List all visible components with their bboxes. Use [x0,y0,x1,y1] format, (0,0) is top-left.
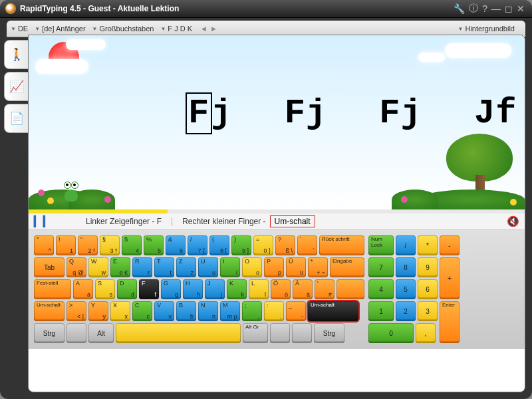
key-blank[interactable] [116,323,241,343]
key-[interactable]: Üü [286,257,306,277]
key-strg[interactable]: Strg [314,323,344,343]
key-altgr[interactable]: Alt Gr [243,323,268,343]
key-h[interactable]: Hh [183,279,203,299]
language-select[interactable]: ▼DE [11,25,28,33]
key-[interactable]: + [440,257,460,299]
key-[interactable]: * [418,235,438,255]
key-r[interactable]: Rr [132,257,152,277]
key-z[interactable]: Zz [176,257,196,277]
prev-lesson-icon[interactable]: ◄ [200,25,207,33]
background-select[interactable]: ▼Hintergrundbild [458,25,515,33]
key-numlock[interactable]: Num Lock [368,235,394,255]
key-e[interactable]: Ee € [110,257,130,277]
maximize-icon[interactable]: ◻ [505,3,513,14]
key-[interactable]: / [396,235,416,255]
key-m[interactable]: Mm µ [220,301,240,321]
key-[interactable]: '# [315,279,334,299]
tab-lessons-list[interactable]: 📄 [4,104,29,133]
key-tab[interactable]: Tab [34,257,65,277]
key-[interactable]: - [440,235,460,255]
next-lesson-icon[interactable]: ► [210,25,217,33]
key-4[interactable]: 4 [368,279,394,299]
key-6[interactable]: 6 [418,279,438,299]
key-b[interactable]: Bb [176,301,196,321]
key-umschalt[interactable]: Um-schalt [34,301,65,321]
key-alt[interactable]: Alt [88,323,114,343]
key-k[interactable]: Kk [227,279,247,299]
key-t[interactable]: Tt [154,257,174,277]
key-[interactable]: `´ [297,235,317,255]
key-[interactable]: !1 [56,235,76,255]
key-[interactable]: §3 ³ [100,235,120,255]
key-[interactable]: ;, [242,301,262,321]
key-2[interactable]: 2 [396,301,416,321]
key-a[interactable]: Aa [73,279,93,299]
help-icon[interactable]: ? [482,3,487,14]
key-q[interactable]: Qq @ [66,257,86,277]
key-blank[interactable] [66,323,86,343]
key-i[interactable]: Ii [220,257,240,277]
key-[interactable]: %5 [144,235,164,255]
tab-lesson[interactable]: 🚶 [4,40,29,69]
lesson-select[interactable]: ▼Großbuchstaben [92,25,154,33]
key-3[interactable]: 3 [418,301,438,321]
key-u[interactable]: Uu [198,257,218,277]
key-f[interactable]: Ff [139,279,159,299]
key-[interactable]: Öö [271,279,291,299]
key-[interactable]: _- [286,301,306,321]
key-[interactable]: :. [264,301,284,321]
key-umschalt[interactable]: Um-schalt [308,301,358,321]
flower-icon [401,196,408,203]
key-strg[interactable]: Strg [34,323,65,343]
key-feststell[interactable]: Fest-stell [34,279,71,299]
key-[interactable]: =0 } [253,235,273,255]
key-[interactable]: , [416,323,436,343]
key-o[interactable]: Oo [242,257,262,277]
key-7[interactable]: 7 [368,257,394,277]
level-select[interactable]: ▼[de] Anfänger [35,25,85,33]
tab-stats[interactable]: 📈 [4,72,29,101]
key-rckschritt[interactable]: Rück schritt [319,235,364,255]
key-0[interactable]: 0 [368,323,414,343]
key-blank[interactable] [292,323,312,343]
key-5[interactable]: 5 [396,279,416,299]
key-[interactable]: *+ ~ [308,257,328,277]
key-d[interactable]: Dd [117,279,137,299]
key-j[interactable]: Jj [205,279,225,299]
key-[interactable]: >< | [66,301,86,321]
key-[interactable]: $4 [122,235,142,255]
key-[interactable]: &6 [166,235,186,255]
current-char: F [186,92,212,134]
key-n[interactable]: Nn [198,301,218,321]
key-v[interactable]: Vv [154,301,174,321]
key-[interactable]: ?ß \ [275,235,295,255]
key-9[interactable]: 9 [418,257,438,277]
key-y[interactable]: Yy [88,301,108,321]
key-[interactable]: °^ [34,235,54,255]
key-eingabe[interactable]: Eingabe [330,257,364,277]
key-p[interactable]: Pp [264,257,284,277]
key-x[interactable]: Xx [110,301,130,321]
key-8[interactable]: 8 [396,257,416,277]
key-c[interactable]: Cc [132,301,152,321]
key-blank[interactable] [336,279,364,299]
mute-icon[interactable]: 🔇 [507,215,519,227]
settings-icon[interactable]: 🔧 [454,3,465,14]
pause-button[interactable]: ▎▎ [34,215,53,227]
keys-select[interactable]: ▼F J D K [160,25,192,33]
key-g[interactable]: Gg [161,279,181,299]
key-blank[interactable] [270,323,290,343]
minimize-icon[interactable]: — [491,3,501,14]
info-icon[interactable]: ⓘ [469,3,478,15]
key-[interactable]: (8 [ [209,235,229,255]
key-s[interactable]: Ss [95,279,115,299]
key-enter[interactable]: Enter [440,301,460,343]
key-1[interactable]: 1 [368,301,394,321]
key-w[interactable]: Ww [88,257,108,277]
key-[interactable]: )9 ] [231,235,251,255]
key-[interactable]: "2 ² [78,235,98,255]
key-[interactable]: Ää [293,279,313,299]
key-[interactable]: /7 { [188,235,207,255]
key-l[interactable]: Ll [249,279,269,299]
close-icon[interactable]: ✕ [517,3,525,14]
